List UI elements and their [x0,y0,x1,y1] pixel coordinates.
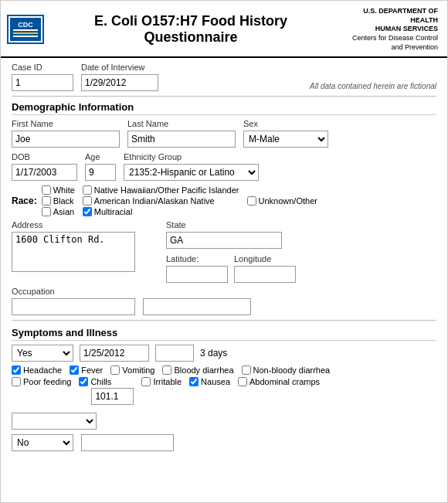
fictional-note: All data contained herein are fictional [310,82,436,90]
age-input[interactable] [85,164,116,181]
temp-input[interactable] [91,388,134,405]
demographic-section: Demographic Information First Name Last … [12,101,436,315]
race-multiracial-label: Multiracial [94,207,133,216]
race-nhopi: Native Hawaiian/Other Pacific Islander [83,185,239,195]
ill-blank-input[interactable] [155,345,194,362]
race-label: Race: [12,195,37,206]
bloody-diarrhea-label: Bloody diarrhea [174,365,233,375]
ill-select[interactable]: Yes No [12,345,73,362]
irritable-checkbox[interactable] [141,377,151,386]
symptom-poor-feeding: Poor feeding [12,377,71,386]
first-name-input[interactable] [12,131,120,148]
case-id-group: Case ID [12,63,73,91]
first-name-label: First Name [12,119,120,128]
race-black-checkbox[interactable] [42,196,51,206]
case-id-label: Case ID [12,63,73,72]
fever-checkbox[interactable] [70,365,79,375]
symptom-irritable: Irritable [141,377,182,386]
ill-duration: 3 days [200,348,227,359]
nonbloody-diarrhea-label: Non-bloody diarrhea [253,365,331,375]
state-group: State [166,220,436,249]
latitude-group: Latitude: [166,254,228,283]
occupation-extra [143,288,251,315]
dob-group: DOB [12,152,77,181]
occupation-extra-input[interactable] [143,298,251,315]
nausea-label: Nausea [201,377,230,386]
occupation-label: Occupation [12,287,135,296]
symptom-headache: Headache [12,365,62,375]
age-group: Age [85,152,116,181]
bottom-select[interactable] [12,413,97,430]
poor-feeding-label: Poor feeding [23,377,71,386]
latitude-input[interactable] [166,266,228,283]
symptom-vomiting: Vomiting [110,365,154,375]
dob-label: DOB [12,152,77,161]
symptom-checks-row2: Poor feeding Chills Irritable Nausea [12,377,436,405]
ethnicity-group: Ethnicity Group 2135:2-Hispanic or Latin… [124,152,259,181]
abdominal-cramps-checkbox[interactable] [238,377,247,386]
nonbloody-diarrhea-checkbox[interactable] [242,365,251,375]
dob-age-ethnicity-row: DOB Age Ethnicity Group 2135:2-Hispanic … [12,152,436,181]
cdc-logo: CDC [7,15,44,44]
header: CDC E. Coli O157:H7 Food History Questio… [1,1,447,58]
irritable-label: Irritable [153,377,182,386]
header-dept: U.S. DEPARTMENT OF HEALTH HUMAN SERVICES… [338,7,438,52]
name-sex-row: First Name Last Name Sex M-Male F-Female [12,119,436,148]
occupation-group: Occupation [12,287,135,315]
occupation-input[interactable] [12,298,135,315]
poor-feeding-checkbox[interactable] [12,377,21,386]
no-select[interactable]: No Yes [12,434,73,451]
case-id-input[interactable] [12,74,73,91]
nausea-checkbox[interactable] [189,377,199,386]
race-unknown-checkbox[interactable] [247,196,256,206]
no-input[interactable] [81,434,174,451]
first-name-group: First Name [12,119,120,148]
ethnicity-label: Ethnicity Group [124,152,259,161]
address-label: Address [12,220,135,229]
ethnicity-select[interactable]: 2135:2-Hispanic or Latino 2186:5-Not His… [124,164,259,181]
fever-label: Fever [81,365,103,375]
race-multiracial-checkbox[interactable] [83,207,92,216]
demographic-title: Demographic Information [12,101,436,115]
longitude-group: Longitude [234,254,296,283]
svg-rect-4 [13,36,38,37]
chills-checkbox[interactable] [79,377,88,386]
occupation-row: Occupation [12,287,436,315]
body: Case ID Date of Interview All data conta… [1,58,447,464]
symptom-row1: Yes No 3 days [12,345,436,362]
race-aian-label: American Indian/Alaskan Native [94,196,215,206]
last-name-group: Last Name [127,119,236,148]
symptom-bloody-diarrhea: Bloody diarrhea [162,365,233,375]
race-aian: American Indian/Alaskan Native [83,196,239,206]
page: CDC E. Coli O157:H7 Food History Questio… [0,0,448,503]
sex-group: Sex M-Male F-Female [243,119,328,148]
race-col3: Unknown/Other [247,196,317,206]
race-aian-checkbox[interactable] [83,196,92,206]
last-name-input[interactable] [127,131,236,148]
race-row: Race: White Black Asian [12,185,436,216]
symptoms-title: Symptoms and Illness [12,327,436,341]
symptom-chills: Chills [79,377,134,386]
longitude-input[interactable] [234,266,296,283]
race-black: Black [42,196,75,206]
address-textarea[interactable]: 1600 Clifton Rd. [12,232,135,272]
sex-label: Sex [243,119,328,128]
vomiting-checkbox[interactable] [110,365,120,375]
race-white-checkbox[interactable] [42,185,51,195]
state-input[interactable] [166,232,282,249]
symptoms-section: Symptoms and Illness Yes No 3 days Heada… [12,327,436,451]
race-unknown: Unknown/Other [247,196,317,206]
state-label: State [166,220,436,229]
date-interview-input[interactable] [81,74,158,91]
latitude-label: Latitude: [166,254,228,263]
address-area: Address 1600 Clifton Rd. [12,220,135,272]
race-multiracial: Multiracial [83,207,239,216]
sex-select[interactable]: M-Male F-Female [243,131,328,148]
race-nhopi-checkbox[interactable] [83,185,92,195]
dob-input[interactable] [12,164,77,181]
race-white-label: White [53,185,75,195]
race-asian-checkbox[interactable] [42,207,51,216]
ill-date-input[interactable] [80,345,149,362]
bloody-diarrhea-checkbox[interactable] [162,365,171,375]
headache-checkbox[interactable] [12,365,21,375]
